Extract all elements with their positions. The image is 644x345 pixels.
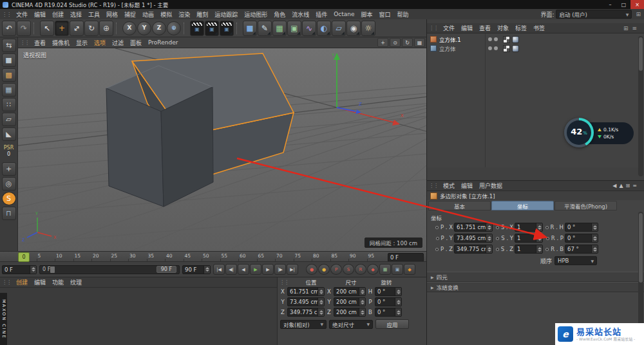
editor-visibility-dot[interactable]: [488, 46, 492, 50]
toolbar-button[interactable]: Z: [152, 21, 166, 35]
phong-tag-icon[interactable]: [512, 45, 519, 52]
transport-button[interactable]: |◀: [213, 264, 225, 275]
rotation-order-select[interactable]: HPB▼: [554, 256, 597, 265]
mode-button[interactable]: ■: [2, 53, 16, 67]
editor-visibility-dot[interactable]: [488, 37, 492, 41]
mode-button[interactable]: ∷: [2, 98, 16, 111]
viewport-canvas[interactable]: Y X Z Y X Z 透视视图 网格间距 : 100 cm: [18, 48, 426, 251]
size-field[interactable]: 200 cm: [334, 308, 366, 317]
apply-button[interactable]: 应用: [375, 319, 409, 329]
viewport-menu-item[interactable]: 显示: [73, 39, 91, 47]
p-field[interactable]: 61.751 cm: [454, 223, 493, 232]
toolbar-button[interactable]: [184, 23, 187, 34]
menu-item[interactable]: 编辑: [31, 10, 49, 19]
object-row[interactable]: 立方体.1: [427, 35, 644, 44]
toolbar-button[interactable]: Y: [137, 21, 151, 35]
range-slider-thumb[interactable]: [50, 266, 55, 273]
s-field[interactable]: 1: [515, 245, 543, 254]
menu-item[interactable]: 帮助: [394, 10, 412, 19]
render-visibility-dot[interactable]: [494, 37, 498, 41]
om-scrollbar[interactable]: [638, 36, 643, 176]
viewport-menu-item[interactable]: 过滤: [109, 39, 127, 47]
toolbar-button[interactable]: ↶: [2, 21, 16, 36]
menu-item[interactable]: 模拟: [157, 10, 175, 19]
menu-item[interactable]: 运动图形: [241, 10, 270, 19]
menu-item[interactable]: 捕捉: [121, 10, 139, 19]
keyframe-dot[interactable]: [545, 248, 549, 251]
toolbar-button[interactable]: [33, 23, 37, 34]
mode-button[interactable]: ▩: [2, 68, 16, 82]
material-menu-item[interactable]: 创建: [13, 278, 31, 286]
close-button[interactable]: ×: [630, 0, 644, 9]
record-button[interactable]: P: [330, 264, 342, 275]
toolbar-button[interactable]: ◉: [346, 21, 361, 36]
toolbar-button[interactable]: ✎: [258, 21, 272, 36]
attribute-tab[interactable]: 基本: [428, 201, 491, 210]
parent-object-icon[interactable]: ▲: [619, 183, 623, 189]
transport-button[interactable]: ▶: [250, 264, 261, 275]
menu-item[interactable]: Octane: [330, 11, 357, 17]
texture-tag-icon[interactable]: [503, 45, 510, 52]
mode-button[interactable]: ◣: [2, 127, 16, 141]
om-menu-item[interactable]: 查看: [476, 24, 494, 32]
toolbar-button[interactable]: ↖: [40, 21, 54, 36]
toolbar-button[interactable]: [236, 23, 240, 34]
toolbar-button[interactable]: ⊕: [99, 21, 113, 36]
om-menu-item[interactable]: 对象: [494, 24, 512, 32]
view-control-icon[interactable]: ⊙: [390, 38, 401, 47]
r-field[interactable]: 0 °: [565, 223, 598, 232]
toolbar-button[interactable]: ▦: [272, 21, 287, 36]
material-menu-item[interactable]: 编辑: [31, 278, 49, 286]
menu-item[interactable]: 网格: [103, 10, 121, 19]
menu-item[interactable]: 脚本: [358, 10, 376, 19]
menu-item[interactable]: 渲染: [175, 10, 193, 19]
keyframe-dot[interactable]: [436, 237, 439, 240]
record-button[interactable]: ▦: [379, 264, 391, 275]
current-frame-field[interactable]: 0 F: [2, 265, 37, 274]
keyframe-dot[interactable]: [496, 226, 499, 229]
transport-button[interactable]: ◀|: [225, 264, 237, 275]
r-field[interactable]: 67 °: [565, 245, 598, 254]
toolbar-button[interactable]: ↻: [84, 21, 99, 36]
p-field[interactable]: 73.495 cm: [454, 234, 493, 243]
minimize-button[interactable]: –: [603, 0, 617, 9]
size-mode-select[interactable]: 绝对尺寸▼: [329, 320, 373, 329]
snap-mode-button[interactable]: S: [2, 192, 16, 205]
timeline-ruler[interactable]: 0 05101520253035404550556065707580859095…: [0, 251, 426, 261]
keyframe-dot[interactable]: [546, 237, 549, 240]
size-field[interactable]: 200 cm: [334, 287, 366, 296]
collapsed-section[interactable]: ▶ 四元: [427, 272, 644, 282]
menu-item[interactable]: 流水线: [289, 10, 312, 19]
viewport-menu-item[interactable]: 选项: [91, 39, 109, 47]
s-field[interactable]: 1: [515, 234, 543, 243]
toolbar-button[interactable]: ◐: [317, 21, 331, 36]
transport-button[interactable]: ▶: [262, 264, 274, 275]
om-menu-item[interactable]: 书签: [530, 24, 548, 32]
collapsed-section[interactable]: ▶ 冻结变换: [427, 282, 644, 292]
am-scrollbar[interactable]: [638, 212, 643, 340]
phong-tag-icon[interactable]: [512, 36, 519, 43]
toolbar-button[interactable]: ☼: [361, 21, 375, 36]
attribute-tab[interactable]: 平滑着色(Phong): [554, 201, 617, 210]
am-menu-item[interactable]: 模式: [440, 182, 458, 190]
om-menu-item[interactable]: 编辑: [458, 24, 476, 32]
record-button[interactable]: ●: [306, 264, 317, 275]
material-menu-item[interactable]: 功能: [49, 278, 67, 286]
toolbar-button[interactable]: ■: [243, 21, 257, 36]
keyframe-dot[interactable]: [496, 237, 499, 240]
mode-button[interactable]: ▱: [2, 113, 16, 126]
r-field[interactable]: 0 °: [565, 234, 598, 243]
toolbar-button[interactable]: ↔: [70, 21, 84, 36]
position-field[interactable]: 73.495 cm: [287, 297, 325, 306]
am-menu-item[interactable]: 用户数据: [476, 182, 506, 190]
menu-item[interactable]: 选择: [67, 10, 85, 19]
coordinate-mode-select[interactable]: 对象(相对)▼: [280, 320, 327, 329]
record-button[interactable]: ◆: [404, 264, 415, 275]
om-menu-item[interactable]: 文件: [440, 24, 458, 32]
record-button[interactable]: ▣: [392, 264, 403, 275]
rotation-field[interactable]: 0 °: [375, 297, 402, 306]
layout-icon[interactable]: ⊞: [634, 11, 643, 17]
keyframe-dot[interactable]: [545, 226, 549, 229]
mode-button[interactable]: ⇆: [2, 39, 16, 52]
menu-item[interactable]: 动画: [139, 10, 157, 19]
